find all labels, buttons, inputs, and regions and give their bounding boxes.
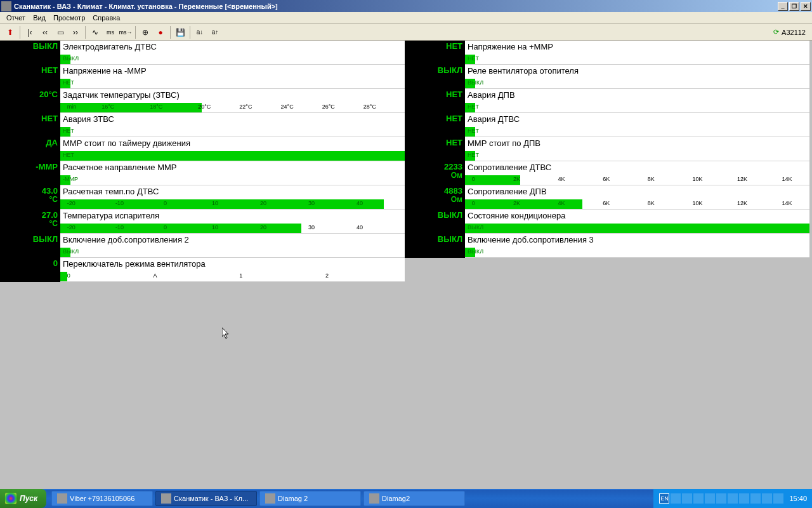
parameter-row[interactable]: НЕТНапряжение на -ММРНЕТ [0,65,405,89]
clock[interactable]: 15:40 [789,495,807,502]
menu-browse[interactable]: Просмотр [49,13,89,23]
taskbar-item-label: Diamag 2 [278,495,308,502]
parameter-row[interactable]: 27.0°CТемпература испарителя-20-10010203… [0,210,405,234]
stop-icon[interactable]: ▭ [53,25,67,39]
close-button[interactable]: ✕ [801,2,811,11]
sort-desc-icon[interactable]: a↑ [208,25,222,39]
app-icon [265,493,275,504]
wave-icon[interactable]: ∿ [88,25,102,39]
save-icon[interactable]: 💾 [173,25,187,39]
parameter-row[interactable]: ВЫКЛРеле вентилятора отопителяВЫКЛ [405,65,809,89]
tray-icon[interactable] [750,493,761,504]
ms-icon[interactable]: ms [103,25,117,39]
window-title: Сканматик - ВАЗ - Климат - Климат. устан… [14,3,278,10]
parameters-grid: ВЫКЛЭлектродвигатель ДТВСВЫКЛНЕТНапряжен… [0,41,812,282]
parameter-name: Состояние кондиционера [465,210,809,220]
tick-label: -10 [115,200,124,206]
parameter-name: Включение доб.сопротивления 3 [465,234,809,244]
start-icon [5,493,16,504]
tray-icon[interactable] [693,493,704,504]
parameter-row[interactable]: НЕТАвария ДТВСНЕТ [405,113,809,137]
taskbar-item-label: Viber +79136105066 [70,495,134,502]
taskbar-item[interactable]: Сканматик - ВАЗ - Кл... [155,491,257,506]
parameter-row[interactable]: ДАММР стоит по таймеру движенияНЕТ [0,137,405,161]
parameter-value: 2233Ом [405,161,465,185]
up-icon[interactable]: ⬆ [3,25,17,39]
connection-status: ⟳ A32112 [773,28,809,36]
parameter-row[interactable]: 0Переключатель режима вентилятора0A12 [0,258,405,282]
parameter-row[interactable]: 20°CЗадатчик температуры (ЗТВС)min16°C18… [0,89,405,113]
parameter-name: Сопротивление ДПВ [465,185,809,196]
parameter-bar: НЕТ [60,127,405,137]
parameter-row[interactable]: 43.0°CРасчетная темп.по ДТВС-20-10010203… [0,185,405,210]
taskbar-item-label: Diamag2 [382,495,410,502]
menu-report[interactable]: Отчет [3,13,29,23]
parameter-main: Авария ДТВСНЕТ [465,113,809,137]
parameter-state: НЕТ [468,104,479,110]
parameter-name: Напряжение на -ММР [60,65,405,76]
tray-icon[interactable] [728,493,738,504]
parameter-bar: -20-10010203040 [60,199,405,209]
sort-asc-icon[interactable]: a↓ [193,25,207,39]
tick-label: 2K [513,200,520,206]
parameter-row[interactable]: ВЫКЛСостояние кондиционераВЫКЛ [405,210,809,234]
tick-label: 14K [782,200,792,206]
parameter-row[interactable]: НЕТАвария ЗТВСНЕТ [0,113,405,137]
parameter-name: Авария ДПВ [465,89,809,100]
parameter-main: Включение доб.сопротивления 2ВЫКЛ [60,234,405,258]
tray-icon[interactable] [716,493,726,504]
taskbar-item[interactable]: Diamag2 [363,491,465,506]
tick-label: 22°C [239,104,252,110]
tray-icon[interactable] [705,493,715,504]
parameter-value: -ММР [0,161,60,185]
tray-icon[interactable] [671,493,681,504]
tick-label: 30 [308,200,315,206]
tick-label: 8K [648,176,655,182]
parameter-row[interactable]: 4883ОмСопротивление ДПВ02K4K6K8K10K12K14… [405,185,809,210]
next-icon[interactable]: ›› [69,25,82,39]
parameter-bar: НЕТ [60,79,405,88]
parameter-row[interactable]: 2233ОмСопротивление ДТВС02K4K6K8K10K12K1… [405,161,809,185]
tray-icon[interactable] [682,493,692,504]
maximize-button[interactable]: ❐ [789,2,799,11]
start-button[interactable]: Пуск [0,489,46,508]
tick-label: 12K [737,200,747,206]
titlebar: Сканматик - ВАЗ - Климат - Климат. устан… [0,0,812,12]
lang-indicator[interactable]: EN [659,493,669,504]
taskbar-item[interactable]: Diamag 2 [259,491,361,506]
parameter-row[interactable]: -ММРРасчетное направление ММР-ММР [0,161,405,185]
parameter-row[interactable]: НЕТНапряжение на +ММРНЕТ [405,41,809,65]
minimize-button[interactable]: _ [778,2,788,11]
parameter-row[interactable]: ВЫКЛЭлектродвигатель ДТВСВЫКЛ [0,41,405,65]
parameter-name: ММР стоит по ДПВ [465,137,809,148]
parameter-bar: -ММР [60,175,405,185]
record-icon[interactable]: ● [154,25,167,39]
parameter-name: Расчетное направление ММР [60,161,405,172]
parameter-main: ММР стоит по таймеру движенияНЕТ [60,137,405,161]
first-icon[interactable]: |‹ [23,25,37,39]
parameter-row[interactable]: НЕТММР стоит по ДПВНЕТ [405,137,809,161]
tray-icon[interactable] [773,493,783,504]
ms2-icon[interactable]: ms→ [119,25,133,39]
parameter-state: -ММР [63,176,78,182]
prev-icon[interactable]: ‹‹ [38,25,52,39]
marker-icon[interactable]: ⊕ [138,25,152,39]
tray-icon[interactable] [762,493,772,504]
parameter-main: Напряжение на +ММРНЕТ [465,41,809,65]
tick-label: 2K [513,176,520,182]
taskbar-item[interactable]: Viber +79136105066 [51,491,153,506]
parameter-name: Включение доб.сопротивления 2 [60,234,405,244]
menu-help[interactable]: Справка [89,13,124,23]
tick-label: 20 [260,200,266,206]
parameter-row[interactable]: НЕТАвария ДПВНЕТ [405,89,809,113]
parameter-state: ВЫКЛ [468,224,483,231]
parameter-main: Электродвигатель ДТВСВЫКЛ [60,41,405,65]
parameter-row[interactable]: ВЫКЛВключение доб.сопротивления 3ВЫКЛ [405,234,809,258]
parameter-row[interactable]: ВЫКЛВключение доб.сопротивления 2ВЫКЛ [0,234,405,258]
tray-icon[interactable] [739,493,749,504]
parameter-value: 27.0°C [0,210,60,234]
menu-view[interactable]: Вид [29,13,49,23]
parameter-value: ВЫКЛ [405,210,465,234]
parameter-state: НЕТ [468,152,479,158]
parameter-state: НЕТ [63,79,74,86]
